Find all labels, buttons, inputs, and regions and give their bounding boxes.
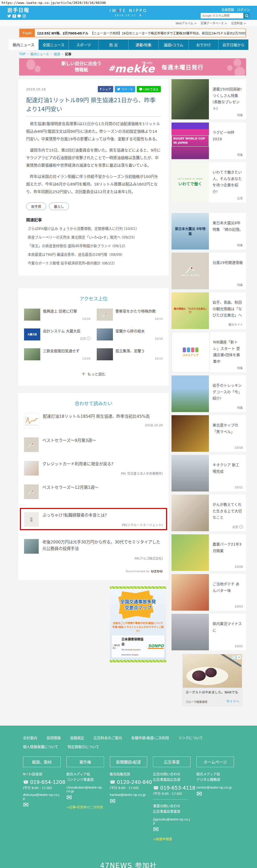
mail-icon[interactable]: ✉ [23, 801, 61, 808]
sidebar-card-work-iwate[interactable]: LET'S WORK IN IWATEいわてで働く いわてで働きたい人、そんなあ… [172, 162, 246, 203]
register-link[interactable]: 会員登録 [222, 7, 234, 12]
access-item[interactable]: 復興途上 田老に打撃10/16 [24, 309, 90, 320]
sidebar-card-potechi[interactable]: ご当地ポテチ あんバター味10/03 [172, 574, 246, 611]
mail-icon[interactable]: ✉ [153, 826, 191, 833]
related-link[interactable]: 今夏のボーナス微増 岩手経済研究所・県内推計 (06/22) [28, 259, 161, 268]
nav-tab-ronsetsu[interactable]: 論説・コラム [159, 39, 189, 50]
facebook-icon[interactable] [12, 14, 16, 18]
twitter-share-button[interactable]: ツイート [115, 86, 135, 92]
sidebar-card-nabitabi[interactable]: 観光情報は 「なびたび北東北」で! 岩手、青森、秋田の観光情報は「なびたび北東北… [172, 292, 246, 329]
access-item[interactable]: 警察官をかたり特殊詐欺10/15 [97, 309, 163, 320]
nav-tab-kennai[interactable]: 県内ニュース [9, 39, 38, 50]
footer-link-company[interactable]: 会社案内 [23, 735, 37, 740]
ad-rates-link[interactable]: 広告料金 > [231, 21, 246, 25]
email-address[interactable]: chosakuken@iwate-np.co.jp [66, 786, 104, 793]
email-address[interactable]: jigyoubu@iwate-np.co.jp [153, 817, 191, 825]
ticker-headline[interactable]: [22:55] NY株、2万7005・05ドル [37, 31, 88, 35]
footer-link-privacy[interactable]: 個人情報保護について [23, 744, 58, 749]
ad-copy-text[interactable]: ヨーグルトはやめました。NHKでも [185, 690, 239, 695]
nav-tab-rensai[interactable]: 連載・特集 [128, 39, 159, 50]
nav-tab-bousai[interactable]: 防 災 [98, 39, 128, 50]
footer-col-title[interactable]: 新聞購読・配達 [110, 756, 147, 767]
search-input[interactable] [201, 13, 244, 19]
related-link[interactable]: 本県最賃は790円 審議会答申、過去最高の28円増 (08/09) [28, 250, 161, 259]
nav-tab-nippo[interactable]: 岩手日報から [218, 39, 248, 50]
access-item[interactable]: 室蘭から絆の給水10/16 [97, 329, 163, 340]
facebook-share-button[interactable]: fシェア [98, 86, 113, 92]
footer-link-applications[interactable]: 各種申請・後援・二次利用 [131, 735, 169, 740]
web-album-link[interactable]: Webアルバム > [176, 21, 197, 25]
footer-link-recruit[interactable]: 採用情報 [47, 735, 61, 740]
sidebar-card-farm-park[interactable]: 農業パーク21年3月開業10/08 [172, 534, 246, 571]
footer-link-adrates[interactable]: 広告料金のご案内 [94, 735, 122, 740]
line-share-button[interactable]: LINEで送る [137, 86, 161, 92]
access-item[interactable]: 三鉄全面復旧見通せず10/16 [24, 348, 90, 360]
twitter-icon[interactable] [7, 14, 11, 18]
related-link[interactable]: 県産ブルーベリーの天然水 東北限定「い・ろ・は・す」販売へ (09/25) [28, 233, 161, 242]
nav-tab-zenkoku[interactable]: 全国ニュース [38, 39, 68, 50]
recommended-item[interactable]: ベストセラーズ〜12月第1週〜 [24, 485, 163, 499]
footer-col-title[interactable]: 広告事業 [153, 756, 191, 767]
line-icon[interactable] [17, 14, 21, 18]
mail-icon[interactable]: ✉ [110, 798, 147, 805]
sponsorship-form-link[interactable]: >後援申請書 [153, 836, 191, 841]
breadcrumb-top[interactable]: TOP [19, 52, 25, 56]
nav-tab-sports[interactable]: スポーツ [68, 39, 98, 50]
load-more-button[interactable]: ＋もっと読む [24, 370, 163, 377]
footer-col-title[interactable]: ホームページ [196, 756, 234, 767]
mail-icon[interactable]: ✉ [196, 790, 234, 797]
mekke-banner-ad[interactable]: 新しい自分に出会う 情報紙 #mekke 「めっけ」 毎週木曜日発行 [19, 58, 246, 75]
ad-info-icon[interactable]: i [239, 525, 243, 529]
email-address[interactable]: dokusya@iwate-np.co.jp [23, 793, 61, 800]
breadcrumb-kennai[interactable]: 県内ニュース [30, 52, 49, 56]
mail-icon[interactable]: ✉ [66, 794, 104, 801]
brand-logo[interactable]: 岩手日報 [7, 8, 29, 13]
email-address[interactable]: hanbai@iwate-np.co.jp [110, 793, 147, 797]
footer-col-title[interactable]: 紙面、取材 [23, 756, 61, 767]
recommended-item[interactable]: ベストセラーズ〜9月第3週〜 [24, 437, 163, 452]
phone-number[interactable]: ☎019-653-4118 [153, 785, 191, 790]
access-item-ad[interactable]: 大蔵大臣 会計システム 大蔵大臣広告i [24, 329, 90, 340]
sidebar-card-cancer-ad[interactable]: がんが教えてくれた生きる上で大切なこと広告i [172, 495, 246, 531]
article-db-link[interactable]: 記事データベース > [201, 21, 227, 25]
sidebar-card-trekking[interactable]: 岩手のトレッキングコースの「今」紹介!特集 [172, 375, 246, 412]
instagram-icon[interactable] [22, 14, 26, 18]
footer-col-title[interactable]: 著作権 [66, 756, 104, 767]
footer-link-rules[interactable]: 投稿規定 [70, 735, 84, 740]
sidebar-card-nib[interactable]: スキルアップ NIB講座「新トレ」スタート 受講企業・団体を募集中特集 [172, 332, 246, 372]
email-address[interactable]: center@iwate-np.co.jp [196, 786, 234, 789]
search-button[interactable] [244, 13, 250, 19]
sidebar-card-kioxia[interactable]: キオクシア 新工場完成10/11 [172, 455, 246, 492]
sidebar-card-rugby[interactable]: RUGBY WORLD CUP IN JAPAN ラグビーW杯2019特集 [172, 123, 246, 159]
anchored-ad[interactable]: i × ヨーグルトはやめました。NHKでも フローラ健康通信 サイトへ [182, 654, 242, 706]
phone-number[interactable]: ☎019-654-1208 [23, 779, 61, 785]
related-link[interactable]: さらば8%駆け込み きょうから消費増税、定期券購入に行列 (10/01) [28, 224, 161, 233]
tag-iwate[interactable]: 岩手県 [26, 203, 46, 210]
ad-site-link[interactable]: サイトへ [226, 699, 239, 704]
news-flash-ticker[interactable]: Flash [22:55] NY株、2万7005・05ドル【ニューヨーク共同】1… [19, 29, 246, 37]
sidebar-card-beer[interactable]: 東北産ホップの「黒ラベル」10/16 [172, 415, 246, 452]
related-link[interactable]: 「珠玉」の県産食材発信 盛岡・料亭駒龍が新ブランド (09/12) [28, 242, 161, 250]
access-item[interactable]: 孤立集落、泥覆う10/15 [97, 348, 163, 360]
nav-tab-odekake[interactable]: おでかけ [189, 39, 219, 50]
footer-link-about-links[interactable]: リンクについて [178, 735, 203, 740]
ad-info-icon[interactable]: i [232, 655, 236, 659]
ad-close-icon[interactable]: × [237, 655, 241, 659]
access-ranking-heading[interactable]: アクセス上位 [24, 295, 163, 302]
sidebar-card-gyokyo[interactable]: 県内業況マイナスに10/02 [172, 614, 246, 650]
sidebar-card-shinsai[interactable]: 東日本大震災 8年特集 東日本大震災8年特集 〝碑の記憶〟特集 [172, 213, 246, 250]
uzou-credit[interactable]: Recommended byUZOU [24, 569, 163, 575]
ad-info-icon[interactable]: i [87, 337, 90, 340]
masthead-logo[interactable]: IWTE NIPPO 2019.10.17. 木 [95, 9, 163, 17]
sonpo-map-ad[interactable]: 全国交通事故多発 交差点マップ 交差点ごとの特徴や事故の状況・要因について写真・… [110, 586, 166, 663]
tag-kurashi[interactable]: 暮らし [49, 203, 69, 210]
recommended-item-pr[interactable]: クレジットカード利用者に現金が戻る?PR( 司法書士法人中央事務所) [24, 461, 163, 476]
login-link[interactable]: ログイン [237, 7, 250, 12]
recommended-item-pr[interactable]: 老後2000万円は元手30万円から作る。30代でセミリタイアした元公務員の投資手… [24, 539, 163, 560]
breadcrumb-keizai[interactable]: 経済 [54, 52, 60, 56]
footer-link-commerce[interactable]: 特定商取引について [68, 744, 99, 749]
phone-number[interactable]: ☎0120-240-840 [110, 779, 147, 785]
sidebar-card-typhoon[interactable]: IWATE NIPPO 台風19号関連情報特集 [172, 253, 246, 289]
secondary-use-link[interactable]: >記事・写真等の二次利用 [66, 805, 104, 809]
sidebar-card-tsukushi[interactable]: 連載1500回突破!つくしさん特集(素敵なプレゼント)特集 [172, 79, 246, 119]
